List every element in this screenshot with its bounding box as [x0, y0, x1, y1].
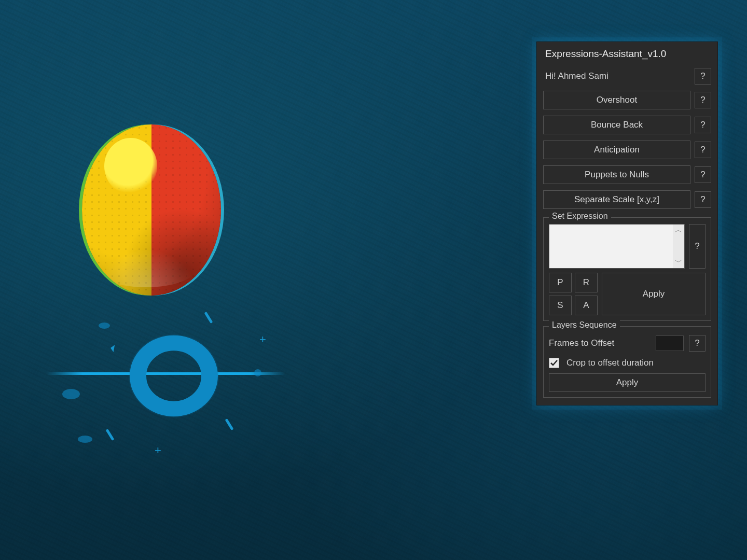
oval — [78, 436, 92, 443]
ground-target: + + — [42, 311, 280, 456]
tick — [106, 429, 115, 441]
bounce-back-button[interactable]: Bounce Back — [543, 116, 690, 134]
check-icon — [550, 359, 558, 367]
prop-r-button[interactable]: R — [575, 273, 598, 292]
prop-p-button[interactable]: P — [549, 273, 572, 292]
frames-to-offset-input[interactable] — [656, 335, 684, 351]
help-button-bounce[interactable]: ? — [695, 117, 711, 133]
ball-reflection — [96, 249, 196, 287]
help-button-anticipation[interactable]: ? — [695, 142, 711, 158]
tick — [204, 312, 213, 324]
layers-sequence-legend: Layers Sequence — [549, 320, 620, 330]
ball-graphic — [82, 124, 221, 296]
crop-checkbox[interactable] — [549, 358, 559, 368]
help-button-separate[interactable]: ? — [695, 191, 711, 208]
layers-sequence-apply-button[interactable]: Apply — [549, 373, 706, 392]
ball — [82, 124, 221, 296]
tick — [225, 418, 234, 430]
panel-title: Expressions-Assistant_v1.0 — [537, 42, 717, 66]
prop-s-button[interactable]: S — [549, 296, 572, 315]
ball-highlight — [104, 138, 157, 194]
triangle-icon — [106, 344, 115, 352]
expression-textarea[interactable]: ︿ ﹀ — [549, 224, 685, 269]
scroll-up-icon[interactable]: ︿ — [675, 225, 682, 236]
crop-checkbox-label: Crop to offset duration — [566, 358, 654, 368]
prop-button-grid: P R S A — [549, 273, 598, 315]
oval — [99, 323, 110, 329]
oval — [254, 369, 261, 376]
help-button-expression[interactable]: ? — [689, 224, 706, 269]
overshoot-button[interactable]: Overshoot — [543, 91, 690, 109]
plus-icon: + — [155, 447, 163, 455]
set-expression-apply-button[interactable]: Apply — [602, 273, 706, 315]
plus-icon: + — [259, 336, 268, 344]
target-ring — [130, 335, 218, 416]
layers-sequence-group: Layers Sequence Frames to Offset ? Crop … — [543, 326, 711, 398]
oval — [62, 389, 80, 399]
prop-a-button[interactable]: A — [575, 296, 598, 315]
greeting-text: Hi! Ahmed Sami — [543, 68, 690, 85]
set-expression-legend: Set Expression — [549, 212, 611, 221]
help-button-puppets[interactable]: ? — [695, 166, 711, 183]
frames-to-offset-label: Frames to Offset — [549, 338, 651, 348]
separate-scale-button[interactable]: Separate Scale [x,y,z] — [543, 190, 690, 209]
textarea-scrollbar[interactable]: ︿ ﹀ — [673, 225, 684, 268]
expressions-assistant-panel: Expressions-Assistant_v1.0 Hi! Ahmed Sam… — [536, 41, 718, 405]
set-expression-group: Set Expression ︿ ﹀ ? P R S A Apply — [543, 217, 711, 321]
anticipation-button[interactable]: Anticipation — [543, 141, 690, 159]
help-button-overshoot[interactable]: ? — [695, 92, 711, 108]
help-button-greeting[interactable]: ? — [695, 68, 711, 85]
help-button-frames[interactable]: ? — [689, 335, 706, 352]
scroll-down-icon[interactable]: ﹀ — [675, 257, 682, 268]
puppets-to-nulls-button[interactable]: Puppets to Nulls — [543, 165, 690, 184]
